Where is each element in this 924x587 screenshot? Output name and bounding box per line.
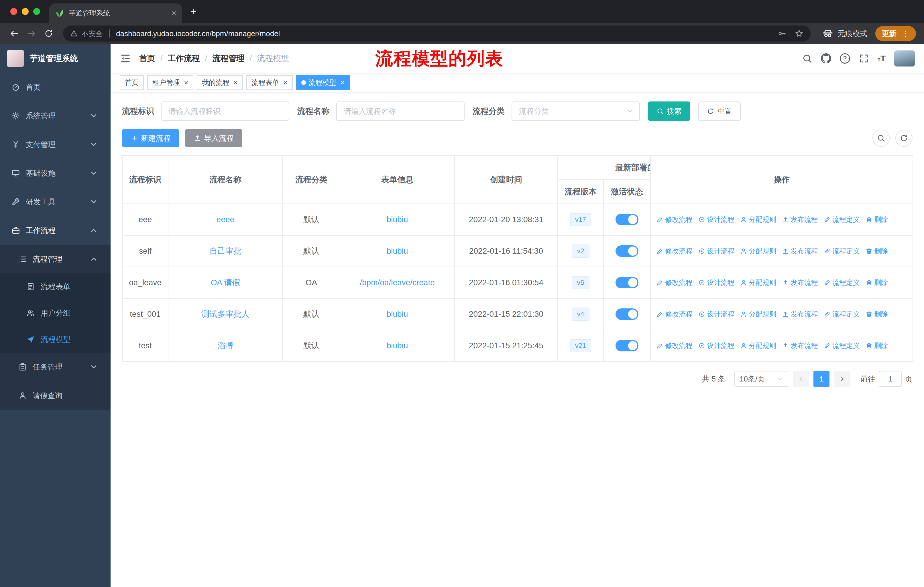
active-toggle[interactable] <box>615 214 639 225</box>
active-toggle[interactable] <box>615 277 639 288</box>
sidebar-item-process-model[interactable]: 流程模型 <box>0 326 111 352</box>
close-icon[interactable]: × <box>340 79 345 86</box>
close-icon[interactable]: × <box>233 79 238 86</box>
definition-link[interactable]: 流程定义 <box>824 309 860 319</box>
back-button[interactable] <box>6 25 23 42</box>
sidebar-item-home[interactable]: 首页 <box>0 73 111 101</box>
password-key-icon[interactable] <box>777 29 787 38</box>
tag-process-form[interactable]: 流程表单× <box>246 75 292 90</box>
publish-link[interactable]: 发布流程 <box>782 278 818 287</box>
tag-home[interactable]: 首页 <box>120 75 144 90</box>
publish-link[interactable]: 发布流程 <box>782 341 818 350</box>
github-icon[interactable] <box>821 53 831 64</box>
close-icon[interactable]: × <box>283 79 287 86</box>
definition-link[interactable]: 流程定义 <box>824 246 860 256</box>
address-bar[interactable]: 不安全 dashboard.yudao.iocoder.cn/bpm/manag… <box>63 25 810 41</box>
delete-link[interactable]: 删除 <box>866 215 888 224</box>
definition-link[interactable]: 流程定义 <box>824 341 860 350</box>
search-icon[interactable] <box>802 53 812 64</box>
design-link[interactable]: 设计流程 <box>698 309 734 319</box>
publish-link[interactable]: 发布流程 <box>782 246 818 256</box>
page-1-button[interactable]: 1 <box>813 371 830 387</box>
delete-link[interactable]: 删除 <box>866 309 888 319</box>
sidebar-item-task-mgmt[interactable]: 任务管理 <box>0 352 111 381</box>
design-link[interactable]: 设计流程 <box>698 246 734 256</box>
process-name-link[interactable]: 测试多审批人 <box>201 309 249 318</box>
next-page-button[interactable] <box>834 371 850 387</box>
user-avatar[interactable] <box>894 50 915 66</box>
edit-link[interactable]: 修改流程 <box>657 246 693 256</box>
edit-link[interactable]: 修改流程 <box>657 215 693 224</box>
sidebar-item-process-form[interactable]: 流程表单 <box>0 273 111 300</box>
search-button[interactable]: 搜索 <box>648 101 690 121</box>
process-name-link[interactable]: OA 请假 <box>211 278 240 287</box>
reload-button[interactable] <box>40 25 57 42</box>
definition-link[interactable]: 流程定义 <box>824 215 860 224</box>
active-toggle[interactable] <box>615 308 639 320</box>
forward-button[interactable] <box>23 25 40 42</box>
definition-link[interactable]: 流程定义 <box>824 278 860 287</box>
page-size-select[interactable]: 10条/页 <box>734 371 788 387</box>
process-name-link[interactable]: eeee <box>216 215 234 224</box>
prev-page-button[interactable] <box>793 371 809 387</box>
tag-my-process[interactable]: 我的流程× <box>197 75 243 90</box>
tag-process-model[interactable]: 流程模型× <box>296 75 350 90</box>
help-icon[interactable]: ? <box>840 53 850 64</box>
category-select[interactable]: 流程分类 <box>512 101 640 121</box>
sidebar-item-leave-query[interactable]: 请假查询 <box>0 381 111 410</box>
form-info-link[interactable]: biubiu <box>387 341 408 350</box>
new-tab-button[interactable]: + <box>190 6 196 17</box>
form-info-link[interactable]: biubiu <box>387 246 408 255</box>
refresh-table-button[interactable] <box>895 129 912 147</box>
assign-link[interactable]: 分配规则 <box>740 215 776 224</box>
delete-link[interactable]: 删除 <box>866 278 888 287</box>
browser-tab[interactable]: 芋道管理系统 × <box>49 3 182 23</box>
sidebar-item-system[interactable]: 系统管理 <box>0 101 111 130</box>
reset-button[interactable]: 重置 <box>698 101 741 121</box>
design-link[interactable]: 设计流程 <box>698 215 734 224</box>
process-name-link[interactable]: 滔博 <box>218 341 233 350</box>
form-info-link[interactable]: biubiu <box>387 215 408 224</box>
assign-link[interactable]: 分配规则 <box>740 278 776 287</box>
goto-page-input[interactable] <box>879 371 902 387</box>
active-toggle[interactable] <box>615 340 639 351</box>
edit-link[interactable]: 修改流程 <box>657 278 693 287</box>
form-info-link[interactable]: biubiu <box>387 309 408 318</box>
assign-link[interactable]: 分配规则 <box>740 341 776 350</box>
sidebar-item-payment[interactable]: 支付管理 <box>0 130 111 159</box>
process-name-link[interactable]: 自己审批 <box>210 246 241 255</box>
edit-link[interactable]: 修改流程 <box>657 309 693 319</box>
sidebar-item-user-group[interactable]: 用户分组 <box>0 300 111 326</box>
close-icon[interactable]: × <box>184 79 188 86</box>
breadcrumb-item[interactable]: 首页 <box>139 53 155 64</box>
tab-close-icon[interactable]: × <box>171 9 177 18</box>
process-name-input[interactable] <box>336 101 465 121</box>
breadcrumb-item[interactable]: 流程管理 <box>213 53 244 64</box>
sidebar-item-workflow[interactable]: 工作流程 <box>0 216 111 245</box>
create-process-button[interactable]: 新建流程 <box>122 129 179 147</box>
window-zoom-button[interactable] <box>33 8 40 15</box>
process-key-input[interactable] <box>161 101 289 121</box>
publish-link[interactable]: 发布流程 <box>782 215 818 224</box>
publish-link[interactable]: 发布流程 <box>782 309 818 319</box>
fullscreen-icon[interactable] <box>859 53 869 64</box>
delete-link[interactable]: 删除 <box>866 341 888 350</box>
bookmark-star-icon[interactable] <box>795 29 804 38</box>
active-toggle[interactable] <box>615 245 639 257</box>
window-close-button[interactable] <box>10 8 17 15</box>
edit-link[interactable]: 修改流程 <box>657 341 693 350</box>
import-process-button[interactable]: 导入流程 <box>185 129 242 147</box>
sidebar-item-process-mgmt[interactable]: 流程管理 <box>0 245 111 273</box>
font-size-icon[interactable]: тT <box>878 54 886 63</box>
breadcrumb-item[interactable]: 工作流程 <box>168 53 200 64</box>
show-search-button[interactable] <box>873 129 889 147</box>
design-link[interactable]: 设计流程 <box>698 278 734 287</box>
delete-link[interactable]: 删除 <box>866 246 888 256</box>
assign-link[interactable]: 分配规则 <box>740 309 776 319</box>
sidebar-item-infra[interactable]: 基础设施 <box>0 159 111 187</box>
browser-menu-icon[interactable]: ⋮ <box>902 29 910 38</box>
sidebar-toggle-icon[interactable] <box>120 53 131 64</box>
design-link[interactable]: 设计流程 <box>698 341 734 350</box>
tag-tenant[interactable]: 租户管理× <box>147 75 193 90</box>
sidebar-item-devtools[interactable]: 研发工具 <box>0 187 111 216</box>
